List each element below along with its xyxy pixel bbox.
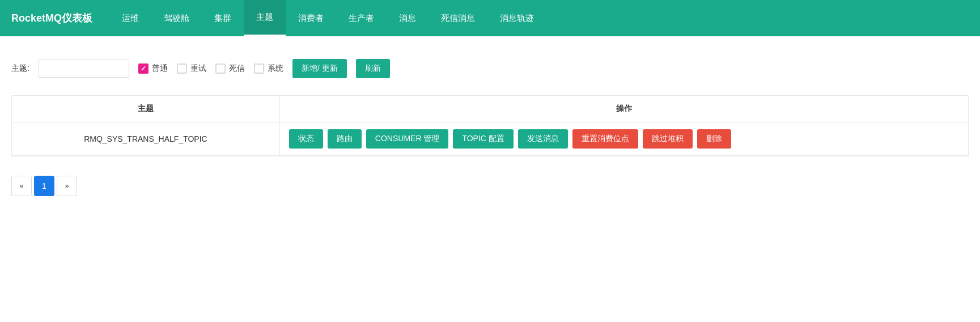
page-1-button[interactable]: 1 xyxy=(34,176,54,196)
table-row: RMQ_SYS_TRANS_HALF_TOPIC 状态 路由 CONSUMER … xyxy=(12,122,968,156)
checkbox-label-system: 系统 xyxy=(268,63,283,74)
checkbox-dead[interactable] xyxy=(215,63,226,74)
topic-name: RMQ_SYS_TRANS_HALF_TOPIC xyxy=(84,134,207,143)
nav-item-consumer[interactable]: 消费者 xyxy=(286,0,336,36)
refresh-button[interactable]: 刷新 xyxy=(356,59,390,78)
nav-item-topic[interactable]: 主题 xyxy=(244,0,286,36)
brand-label: RocketMQ仪表板 xyxy=(11,11,92,25)
nav-item-cluster[interactable]: 集群 xyxy=(202,0,244,36)
checkbox-label-normal: 普通 xyxy=(152,63,168,74)
checkbox-group: 普通 重试 死信 系统 xyxy=(138,63,283,74)
status-button[interactable]: 状态 xyxy=(289,129,323,149)
reset-offset-button[interactable]: 重置消费位点 xyxy=(572,129,638,149)
nav-item-producer[interactable]: 生产者 xyxy=(336,0,387,36)
checkbox-item-dead[interactable]: 死信 xyxy=(215,63,245,74)
send-message-button[interactable]: 发送消息 xyxy=(518,129,568,149)
checkbox-retry[interactable] xyxy=(177,63,187,74)
checkbox-label-retry: 重试 xyxy=(190,63,206,74)
navbar: RocketMQ仪表板 运维 驾驶舱 集群 主题 消费者 生产者 消息 死信消息… xyxy=(0,0,980,36)
next-page-button[interactable]: » xyxy=(57,176,77,196)
topic-config-button[interactable]: TOPIC 配置 xyxy=(453,129,513,149)
topic-table-container: 主题 操作 RMQ_SYS_TRANS_HALF_TOPIC 状态 路由 CON… xyxy=(11,95,969,156)
nav-item-ops[interactable]: 运维 xyxy=(109,0,151,36)
nav-item-cockpit[interactable]: 驾驶舱 xyxy=(151,0,202,36)
col-header-topic: 主题 xyxy=(12,96,279,122)
ops-buttons: 状态 路由 CONSUMER 管理 TOPIC 配置 发送消息 重置消费位点 跳… xyxy=(289,129,959,149)
ops-cell: 状态 路由 CONSUMER 管理 TOPIC 配置 发送消息 重置消费位点 跳… xyxy=(279,122,968,156)
checkbox-item-retry[interactable]: 重试 xyxy=(177,63,206,74)
nav-item-dead-letter[interactable]: 死信消息 xyxy=(429,0,487,36)
delete-button[interactable]: 删除 xyxy=(697,129,731,149)
consumer-manage-button[interactable]: CONSUMER 管理 xyxy=(366,129,449,149)
prev-page-button[interactable]: « xyxy=(11,176,32,196)
skip-backlog-button[interactable]: 跳过堆积 xyxy=(643,129,693,149)
route-button[interactable]: 路由 xyxy=(328,129,362,149)
checkbox-label-dead: 死信 xyxy=(229,63,245,74)
checkbox-normal[interactable] xyxy=(138,63,149,74)
main-content: 主题: 普通 重试 死信 系统 新增/ 更新 xyxy=(0,36,980,322)
topic-name-cell: RMQ_SYS_TRANS_HALF_TOPIC xyxy=(12,122,279,156)
nav-item-trace[interactable]: 消息轨迹 xyxy=(487,0,546,36)
add-update-button[interactable]: 新增/ 更新 xyxy=(292,59,347,78)
topic-table: 主题 操作 RMQ_SYS_TRANS_HALF_TOPIC 状态 路由 CON… xyxy=(12,96,968,156)
pagination: « 1 » xyxy=(11,170,969,202)
nav-item-message[interactable]: 消息 xyxy=(387,0,429,36)
topic-input[interactable] xyxy=(39,60,129,78)
filter-bar: 主题: 普通 重试 死信 系统 新增/ 更新 xyxy=(11,48,969,84)
topic-label: 主题: xyxy=(11,63,29,74)
checkbox-item-normal[interactable]: 普通 xyxy=(138,63,168,74)
checkbox-item-system[interactable]: 系统 xyxy=(254,63,283,74)
checkbox-system[interactable] xyxy=(254,63,264,74)
col-header-ops: 操作 xyxy=(279,96,968,122)
